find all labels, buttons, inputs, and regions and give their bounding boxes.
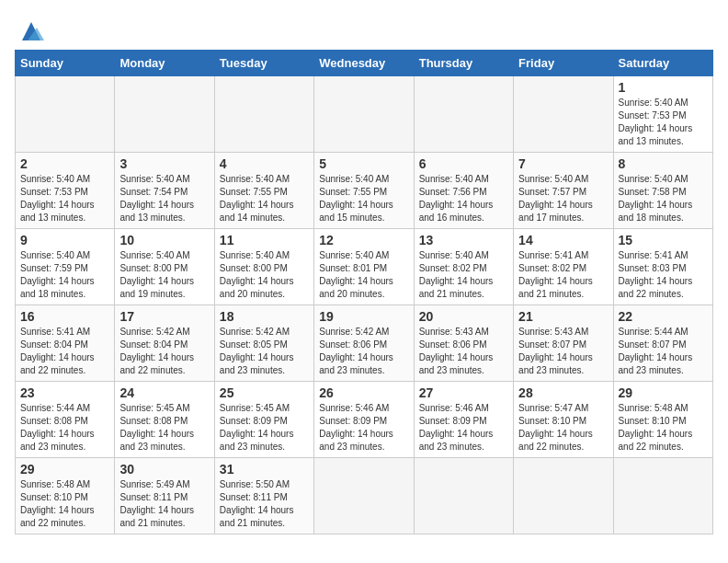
empty-cell (115, 76, 214, 153)
day-cell: 16Sunrise: 5:41 AMSunset: 8:04 PMDayligh… (16, 305, 115, 382)
day-number: 15 (619, 233, 708, 247)
day-cell: 29Sunrise: 5:48 AMSunset: 8:10 PMDayligh… (613, 382, 712, 458)
day-info: Sunrise: 5:40 AMSunset: 7:53 PMDaylight:… (20, 173, 109, 224)
day-number: 27 (419, 385, 508, 400)
day-number: 4 (220, 156, 309, 171)
day-number: 29 (619, 385, 708, 400)
day-info: Sunrise: 5:42 AMSunset: 8:04 PMDaylight:… (119, 326, 209, 377)
day-number: 31 (220, 462, 309, 477)
day-header-monday: Monday (115, 51, 214, 76)
day-cell: 26Sunrise: 5:46 AMSunset: 8:09 PMDayligh… (314, 382, 414, 458)
day-cell: 18Sunrise: 5:42 AMSunset: 8:05 PMDayligh… (214, 305, 313, 382)
day-cell: 6Sunrise: 5:40 AMSunset: 7:56 PMDaylight… (414, 153, 513, 229)
day-info: Sunrise: 5:50 AMSunset: 8:11 PMDaylight:… (220, 478, 309, 530)
day-cell: 8Sunrise: 5:40 AMSunset: 7:58 PMDaylight… (613, 153, 712, 229)
day-cell: 22Sunrise: 5:44 AMSunset: 8:07 PMDayligh… (613, 305, 712, 382)
logo (15, 18, 44, 44)
day-info: Sunrise: 5:40 AMSunset: 7:55 PMDaylight:… (220, 173, 309, 224)
empty-cell (214, 76, 313, 153)
header (15, 15, 713, 44)
day-cell: 27Sunrise: 5:46 AMSunset: 8:09 PMDayligh… (414, 382, 513, 458)
day-number: 20 (419, 309, 508, 324)
day-number: 26 (319, 385, 408, 400)
day-info: Sunrise: 5:40 AMSunset: 7:59 PMDaylight:… (20, 249, 109, 301)
day-cell: 13Sunrise: 5:40 AMSunset: 8:02 PMDayligh… (414, 229, 513, 305)
day-info: Sunrise: 5:40 AMSunset: 7:56 PMDaylight:… (419, 173, 508, 224)
day-cell (414, 458, 513, 534)
day-number: 24 (119, 385, 209, 400)
day-number: 23 (20, 385, 109, 400)
day-number: 7 (518, 156, 608, 171)
day-cell: 1Sunrise: 5:40 AMSunset: 7:53 PMDaylight… (613, 76, 712, 153)
day-header-sunday: Sunday (16, 51, 115, 76)
empty-cell (16, 76, 115, 153)
day-cell (514, 458, 613, 534)
day-info: Sunrise: 5:40 AMSunset: 7:54 PMDaylight:… (119, 173, 209, 224)
day-info: Sunrise: 5:41 AMSunset: 8:03 PMDaylight:… (619, 249, 708, 301)
day-number: 30 (119, 462, 209, 477)
day-info: Sunrise: 5:43 AMSunset: 8:07 PMDaylight:… (518, 326, 608, 377)
day-cell: 30Sunrise: 5:49 AMSunset: 8:11 PMDayligh… (115, 458, 214, 534)
empty-cell (414, 76, 513, 153)
day-cell: 11Sunrise: 5:40 AMSunset: 8:00 PMDayligh… (214, 229, 313, 305)
day-info: Sunrise: 5:42 AMSunset: 8:06 PMDaylight:… (319, 326, 408, 377)
day-header-thursday: Thursday (414, 51, 513, 76)
day-cell: 19Sunrise: 5:42 AMSunset: 8:06 PMDayligh… (314, 305, 414, 382)
day-number: 16 (20, 309, 109, 324)
empty-cell (314, 76, 414, 153)
day-number: 9 (20, 233, 109, 247)
day-info: Sunrise: 5:47 AMSunset: 8:10 PMDaylight:… (518, 402, 608, 454)
day-cell: 25Sunrise: 5:45 AMSunset: 8:09 PMDayligh… (214, 382, 313, 458)
day-cell: 4Sunrise: 5:40 AMSunset: 7:55 PMDaylight… (214, 153, 313, 229)
day-cell: 5Sunrise: 5:40 AMSunset: 7:55 PMDaylight… (314, 153, 414, 229)
day-info: Sunrise: 5:44 AMSunset: 8:07 PMDaylight:… (619, 326, 708, 377)
day-info: Sunrise: 5:40 AMSunset: 8:02 PMDaylight:… (419, 249, 508, 301)
day-info: Sunrise: 5:45 AMSunset: 8:08 PMDaylight:… (119, 402, 209, 454)
day-info: Sunrise: 5:45 AMSunset: 8:09 PMDaylight:… (220, 402, 309, 454)
day-cell: 17Sunrise: 5:42 AMSunset: 8:04 PMDayligh… (115, 305, 214, 382)
day-header-wednesday: Wednesday (314, 51, 414, 76)
day-cell: 21Sunrise: 5:43 AMSunset: 8:07 PMDayligh… (514, 305, 613, 382)
day-info: Sunrise: 5:46 AMSunset: 8:09 PMDaylight:… (419, 402, 508, 454)
day-info: Sunrise: 5:46 AMSunset: 8:09 PMDaylight:… (319, 402, 408, 454)
day-number: 8 (619, 156, 708, 171)
logo-icon (18, 18, 44, 44)
day-cell: 23Sunrise: 5:44 AMSunset: 8:08 PMDayligh… (16, 382, 115, 458)
empty-cell (514, 76, 613, 153)
day-header-saturday: Saturday (613, 51, 712, 76)
day-number: 1 (619, 80, 708, 95)
day-number: 21 (518, 309, 608, 324)
day-cell: 2Sunrise: 5:40 AMSunset: 7:53 PMDaylight… (16, 153, 115, 229)
day-info: Sunrise: 5:40 AMSunset: 7:53 PMDaylight:… (619, 97, 708, 148)
day-cell: 9Sunrise: 5:40 AMSunset: 7:59 PMDaylight… (16, 229, 115, 305)
day-number: 25 (220, 385, 309, 400)
day-cell: 24Sunrise: 5:45 AMSunset: 8:08 PMDayligh… (115, 382, 214, 458)
day-cell: 15Sunrise: 5:41 AMSunset: 8:03 PMDayligh… (613, 229, 712, 305)
day-number: 14 (518, 233, 608, 247)
day-number: 28 (518, 385, 608, 400)
day-info: Sunrise: 5:40 AMSunset: 7:58 PMDaylight:… (619, 173, 708, 224)
day-info: Sunrise: 5:42 AMSunset: 8:05 PMDaylight:… (220, 326, 309, 377)
day-cell: 29Sunrise: 5:48 AMSunset: 8:10 PMDayligh… (16, 458, 115, 534)
day-info: Sunrise: 5:41 AMSunset: 8:02 PMDaylight:… (518, 249, 608, 301)
day-info: Sunrise: 5:40 AMSunset: 7:57 PMDaylight:… (518, 173, 608, 224)
calendar-table: SundayMondayTuesdayWednesdayThursdayFrid… (15, 50, 713, 534)
day-cell: 31Sunrise: 5:50 AMSunset: 8:11 PMDayligh… (214, 458, 313, 534)
day-number: 13 (419, 233, 508, 247)
day-cell: 14Sunrise: 5:41 AMSunset: 8:02 PMDayligh… (514, 229, 613, 305)
day-cell: 28Sunrise: 5:47 AMSunset: 8:10 PMDayligh… (514, 382, 613, 458)
day-number: 5 (319, 156, 408, 171)
day-info: Sunrise: 5:41 AMSunset: 8:04 PMDaylight:… (20, 326, 109, 377)
day-info: Sunrise: 5:43 AMSunset: 8:06 PMDaylight:… (419, 326, 508, 377)
day-info: Sunrise: 5:49 AMSunset: 8:11 PMDaylight:… (119, 478, 209, 530)
day-cell: 7Sunrise: 5:40 AMSunset: 7:57 PMDaylight… (514, 153, 613, 229)
day-number: 17 (119, 309, 209, 324)
day-cell: 12Sunrise: 5:40 AMSunset: 8:01 PMDayligh… (314, 229, 414, 305)
day-number: 11 (220, 233, 309, 247)
day-info: Sunrise: 5:40 AMSunset: 7:55 PMDaylight:… (319, 173, 408, 224)
day-number: 10 (119, 233, 209, 247)
day-info: Sunrise: 5:40 AMSunset: 8:01 PMDaylight:… (319, 249, 408, 301)
day-info: Sunrise: 5:48 AMSunset: 8:10 PMDaylight:… (619, 402, 708, 454)
day-number: 2 (20, 156, 109, 171)
day-info: Sunrise: 5:44 AMSunset: 8:08 PMDaylight:… (20, 402, 109, 454)
